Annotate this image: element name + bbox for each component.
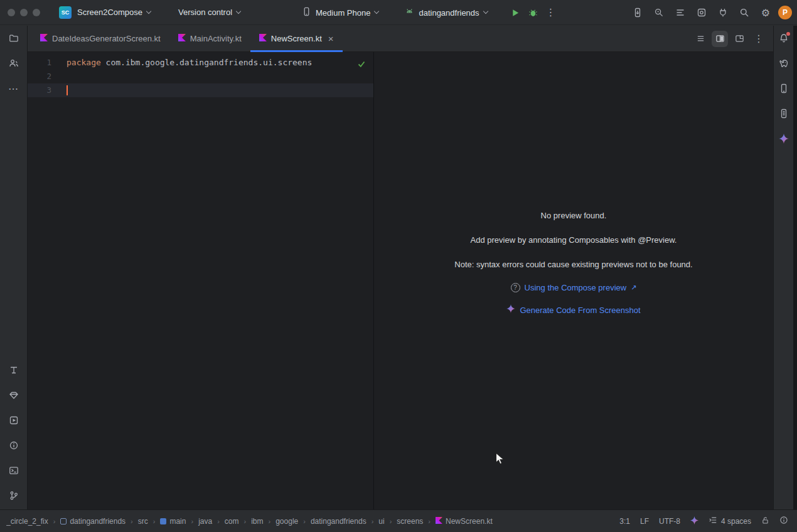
android-studio-window: SC Screen2Compose Version control Medium… <box>0 0 797 532</box>
design-view-button[interactable] <box>731 31 747 47</box>
write-access-button[interactable] <box>761 516 769 526</box>
kotlin-file-icon <box>40 34 48 43</box>
plugin-button[interactable] <box>714 4 732 21</box>
editor-tab-bar: DateIdeasGeneratorScreen.kt MainActivity… <box>28 26 773 52</box>
device-mirroring-icon <box>633 8 643 18</box>
line-number[interactable]: 3 <box>28 83 60 97</box>
breadcrumb-separator: › <box>244 518 247 525</box>
more-run-options-button[interactable]: ⋮ <box>542 4 560 21</box>
commit-toolwindow-button[interactable] <box>5 55 23 72</box>
titlebar-right-actions: ⚙ P <box>629 0 792 25</box>
breadcrumb-item[interactable]: screens <box>397 517 423 526</box>
play-icon <box>511 8 520 18</box>
tab-label: MainActivity.kt <box>190 34 242 43</box>
statusbar-widgets: 3:1 LF UTF-8 4 spaces <box>619 516 788 526</box>
gemini-status-button[interactable] <box>690 516 698 526</box>
editor-view-mode-actions: ⋮ <box>692 26 767 51</box>
minimize-window-button[interactable] <box>20 9 28 16</box>
kotlin-file-icon <box>178 34 186 43</box>
breadcrumb-item[interactable]: datingandfriends <box>311 517 366 526</box>
ui-check-toolwindow-button[interactable] <box>5 361 23 379</box>
module-icon <box>60 518 67 524</box>
help-icon: ? <box>511 283 520 292</box>
code-line[interactable]: 2 <box>28 70 373 83</box>
people-icon <box>9 58 19 68</box>
chevron-down-icon <box>236 8 241 13</box>
gemini-star-icon <box>506 304 515 316</box>
indent-widget[interactable]: 4 spaces <box>709 516 751 526</box>
version-control-label: Version control <box>178 8 232 17</box>
breadcrumb-separator: › <box>153 518 156 525</box>
preview-message: Add preview by annotating Composables wi… <box>471 235 677 245</box>
code-line[interactable]: 1 package com.ibm.google.datingandfriend… <box>28 56 373 70</box>
plug-icon <box>718 8 728 18</box>
line-number[interactable]: 1 <box>28 56 60 70</box>
avatar[interactable]: P <box>778 6 792 19</box>
running-devices-toolwindow-button[interactable] <box>5 412 23 429</box>
breadcrumb-separator: › <box>390 518 392 525</box>
line-separator-widget[interactable]: LF <box>640 517 649 526</box>
code-view-button[interactable] <box>692 31 709 47</box>
breadcrumb-item-file[interactable]: NewScreen.kt <box>436 517 493 526</box>
find-button[interactable] <box>650 4 668 21</box>
device-explorer-toolwindow-button[interactable] <box>775 105 793 122</box>
breadcrumb-item[interactable]: ibm <box>251 517 263 526</box>
device-mirroring-button[interactable] <box>629 4 646 21</box>
breadcrumb-item[interactable]: datingandfriends <box>60 517 126 526</box>
close-tab-icon[interactable]: × <box>328 34 334 43</box>
project-selector[interactable]: Screen2Compose <box>72 4 156 21</box>
compose-preview-help-link[interactable]: Using the Compose preview <box>525 283 627 292</box>
gemini-toolwindow-button[interactable] <box>775 130 793 147</box>
gemini-star-icon <box>690 516 698 526</box>
breadcrumb-item[interactable]: src <box>138 517 148 526</box>
chevron-down-icon <box>374 9 379 14</box>
device-manager-toolwindow-button[interactable] <box>775 80 793 97</box>
search-icon <box>739 8 749 18</box>
gradle-toolwindow-button[interactable] <box>775 55 793 72</box>
more-tool-windows-button[interactable]: ⋯ <box>5 80 23 97</box>
kebab-icon: ⋮ <box>754 34 764 44</box>
notifications-button[interactable] <box>775 29 793 47</box>
terminal-toolwindow-button[interactable] <box>5 462 23 479</box>
tab-mainactivity[interactable]: MainActivity.kt <box>169 26 250 51</box>
problems-toolwindow-button[interactable] <box>5 437 23 454</box>
device-selector[interactable]: Medium Phone <box>296 3 384 22</box>
titlebar: SC Screen2Compose Version control Medium… <box>0 0 797 25</box>
unlock-icon <box>761 516 769 526</box>
resource-manager-toolwindow-button[interactable] <box>5 386 23 404</box>
encoding-widget[interactable]: UTF-8 <box>659 517 680 526</box>
breadcrumb-separator: › <box>303 518 306 525</box>
search-everywhere-button[interactable] <box>735 4 753 21</box>
tab-newscreen[interactable]: NewScreen.kt × <box>250 26 343 51</box>
run-button[interactable] <box>507 4 525 21</box>
tab-options-button[interactable]: ⋮ <box>751 31 767 47</box>
zoom-window-button[interactable] <box>33 9 40 16</box>
app-inspection-button[interactable] <box>693 4 710 21</box>
breadcrumb-item[interactable]: _circle_2_fix <box>6 517 48 526</box>
split-view-button[interactable] <box>712 31 728 47</box>
breadcrumb-item[interactable]: com <box>225 517 239 526</box>
status-info-button[interactable] <box>779 516 788 526</box>
breadcrumb-item[interactable]: java <box>198 517 212 526</box>
line-number[interactable]: 2 <box>28 70 60 83</box>
debug-button[interactable] <box>525 4 542 21</box>
breadcrumb-item[interactable]: google <box>275 517 298 526</box>
code-editor[interactable]: 1 package com.ibm.google.datingandfriend… <box>28 52 374 509</box>
generate-code-from-screenshot-link[interactable]: Generate Code From Screenshot <box>520 306 640 315</box>
version-control-toolwindow-button[interactable] <box>5 487 23 504</box>
settings-button[interactable]: ⚙ <box>757 4 774 21</box>
breadcrumb-item[interactable]: main <box>160 517 186 526</box>
run-config-label: datingandfriends <box>419 8 479 18</box>
logcat-button[interactable] <box>671 4 689 21</box>
project-toolwindow-button[interactable] <box>5 29 23 47</box>
run-configuration-selector[interactable]: datingandfriends <box>399 3 493 22</box>
caret-position-widget[interactable]: 3:1 <box>619 517 630 526</box>
close-window-button[interactable] <box>8 9 15 16</box>
tab-dateideasgeneratorscreen[interactable]: DateIdeasGeneratorScreen.kt <box>31 26 169 51</box>
info-circle-icon <box>9 440 19 450</box>
kebab-icon: ⋮ <box>546 8 556 18</box>
breadcrumb-item[interactable]: ui <box>378 517 384 526</box>
inspections-status-button[interactable] <box>355 57 368 71</box>
code-line-active[interactable]: 3 <box>28 83 373 97</box>
version-control-menu[interactable]: Version control <box>173 4 246 21</box>
